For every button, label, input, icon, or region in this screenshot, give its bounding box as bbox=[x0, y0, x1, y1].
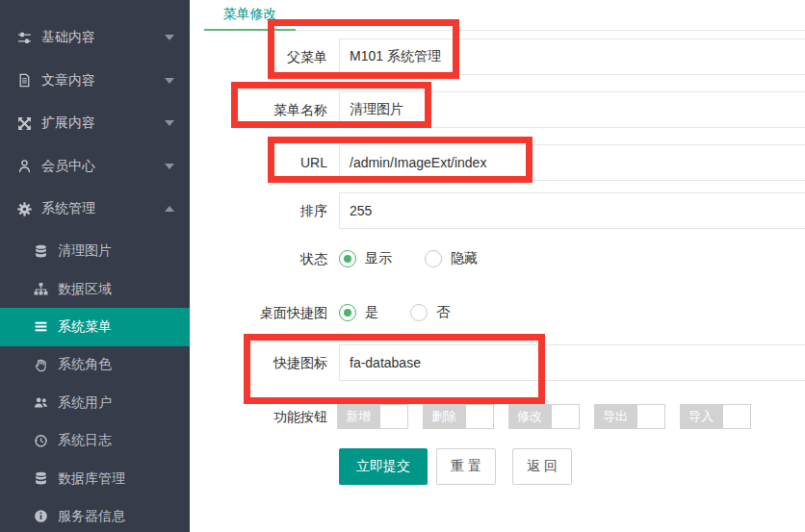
radio-unselected-icon bbox=[410, 304, 428, 321]
users-icon bbox=[34, 395, 48, 410]
checkbox-delete[interactable]: 删除 bbox=[423, 404, 494, 429]
sidebar-item-basic-content[interactable]: 基础内容 bbox=[0, 16, 190, 60]
submenu-item-label: 清理图片 bbox=[58, 242, 112, 260]
url-input[interactable] bbox=[339, 144, 805, 181]
tab-bar: 菜单修改 bbox=[204, 0, 805, 31]
submenu-item-system-menu[interactable]: 系统菜单 bbox=[0, 308, 190, 345]
sidebar-item-label: 文章内容 bbox=[41, 72, 165, 89]
shortcut-icon-input[interactable] bbox=[339, 344, 805, 381]
checkbox-label: 删除 bbox=[423, 404, 465, 429]
sidebar-item-member-center[interactable]: 会员中心 bbox=[0, 145, 190, 189]
radio-selected-icon bbox=[339, 304, 356, 321]
form-row-shortcut-icon: 快捷图标 bbox=[190, 344, 805, 381]
sidebar: 基础内容 文章内容 扩展内容 会员 bbox=[0, 0, 190, 532]
submenu-item-label: 系统菜单 bbox=[58, 318, 112, 336]
chevron-down-icon bbox=[165, 35, 174, 40]
arrows-icon bbox=[17, 116, 32, 131]
form-row-menu-name: 菜单名称 bbox=[190, 91, 805, 128]
submenu-item-label: 系统用户 bbox=[58, 394, 112, 412]
field-label: 桌面快捷图 bbox=[190, 294, 327, 331]
sidebar-item-label: 系统管理 bbox=[41, 200, 165, 217]
sidebar-item-extend-content[interactable]: 扩展内容 bbox=[0, 102, 190, 145]
chevron-down-icon bbox=[165, 78, 174, 84]
menu-name-input[interactable] bbox=[339, 91, 805, 128]
form-row-parent-menu: 父菜单 bbox=[190, 38, 805, 75]
submenu-item-system-user[interactable]: 系统用户 bbox=[0, 384, 190, 421]
main-content: 菜单修改 父菜单 菜单名称 URL 排序 状态 bbox=[190, 0, 805, 532]
sidebar-item-article-content[interactable]: 文章内容 bbox=[0, 60, 190, 103]
checkbox-label: 导入 bbox=[680, 404, 722, 429]
submenu-item-label: 系统日志 bbox=[58, 432, 112, 449]
submenu-item-label: 系统角色 bbox=[58, 356, 112, 373]
chevron-down-icon bbox=[165, 120, 174, 126]
radio-unselected-icon bbox=[425, 250, 442, 267]
admin-page: 基础内容 文章内容 扩展内容 会员 bbox=[0, 0, 805, 532]
field-label: 功能按钮 bbox=[190, 404, 327, 429]
checkbox-label: 导出 bbox=[594, 404, 636, 429]
database-icon bbox=[34, 244, 48, 259]
info-circle-icon bbox=[34, 509, 48, 523]
tab-menu-edit[interactable]: 菜单修改 bbox=[204, 0, 296, 30]
database-icon bbox=[34, 471, 48, 486]
form-row-url: URL bbox=[190, 144, 805, 181]
checkbox-box bbox=[465, 404, 494, 429]
status-radio-group: 显示 隐藏 bbox=[339, 241, 478, 277]
parent-menu-input[interactable] bbox=[339, 38, 805, 75]
field-label: 快捷图标 bbox=[190, 344, 327, 381]
checkbox-export[interactable]: 导出 bbox=[594, 404, 665, 429]
user-icon bbox=[17, 159, 32, 173]
field-label: URL bbox=[190, 144, 327, 181]
tab-active-indicator bbox=[204, 29, 296, 31]
gear-icon bbox=[17, 202, 32, 216]
tab-label: 菜单修改 bbox=[223, 6, 277, 21]
radio-yes[interactable]: 是 bbox=[339, 304, 378, 321]
sidebar-item-label: 会员中心 bbox=[41, 158, 165, 175]
submenu-item-clean-images[interactable]: 清理图片 bbox=[0, 233, 190, 270]
checkbox-box bbox=[379, 404, 408, 429]
submenu-item-server-info[interactable]: 服务器信息 bbox=[0, 497, 190, 532]
sliders-icon bbox=[17, 31, 32, 45]
radio-show[interactable]: 显示 bbox=[339, 250, 392, 267]
back-button[interactable]: 返回 bbox=[512, 448, 572, 485]
radio-label: 显示 bbox=[365, 250, 392, 267]
radio-label: 隐藏 bbox=[451, 250, 478, 267]
radio-selected-icon bbox=[339, 250, 356, 267]
chevron-down-icon bbox=[165, 164, 174, 169]
form-row-status: 状态 显示 隐藏 bbox=[190, 241, 805, 277]
submenu-item-label: 数据库管理 bbox=[58, 470, 125, 488]
chevron-up-icon bbox=[165, 206, 174, 212]
checkbox-label: 修改 bbox=[508, 404, 551, 429]
form-row-function-buttons: 功能按钮 新增 删除 修改 导出 导入 bbox=[190, 404, 805, 429]
radio-label: 否 bbox=[436, 304, 450, 321]
list-icon bbox=[34, 319, 48, 334]
history-icon bbox=[34, 434, 48, 448]
checkbox-add[interactable]: 新增 bbox=[337, 404, 408, 429]
field-label: 状态 bbox=[190, 241, 327, 277]
submenu-item-system-log[interactable]: 系统日志 bbox=[0, 421, 190, 459]
checkbox-box bbox=[636, 404, 665, 429]
submenu-item-label: 服务器信息 bbox=[58, 508, 125, 525]
sidebar-nav: 基础内容 文章内容 扩展内容 会员 bbox=[0, 0, 190, 532]
radio-hide[interactable]: 隐藏 bbox=[425, 250, 478, 267]
submit-button[interactable]: 立即提交 bbox=[339, 448, 428, 485]
sidebar-item-label: 扩展内容 bbox=[41, 114, 165, 132]
checkbox-import[interactable]: 导入 bbox=[680, 404, 751, 429]
form-row-sort: 排序 bbox=[190, 192, 805, 229]
checkbox-box bbox=[551, 404, 580, 429]
checkbox-box bbox=[722, 404, 751, 429]
sidebar-submenu: 清理图片 数据区域 系统菜单 bbox=[0, 231, 190, 532]
radio-no[interactable]: 否 bbox=[410, 304, 450, 321]
submenu-item-data-region[interactable]: 数据区域 bbox=[0, 270, 190, 308]
field-label: 排序 bbox=[190, 192, 327, 229]
form-row-desktop-shortcut: 桌面快捷图 是 否 bbox=[190, 294, 805, 331]
sitemap-icon bbox=[34, 282, 48, 296]
submenu-item-database-manage[interactable]: 数据库管理 bbox=[0, 460, 190, 497]
hand-icon bbox=[34, 358, 48, 372]
field-label: 父菜单 bbox=[190, 38, 327, 75]
reset-button[interactable]: 重置 bbox=[436, 448, 496, 485]
form-row-actions: 立即提交 重置 返回 bbox=[190, 448, 805, 485]
sort-input[interactable] bbox=[339, 192, 805, 229]
sidebar-item-system-manage[interactable]: 系统管理 bbox=[0, 188, 190, 231]
submenu-item-system-role[interactable]: 系统角色 bbox=[0, 346, 190, 384]
checkbox-modify[interactable]: 修改 bbox=[508, 404, 580, 429]
